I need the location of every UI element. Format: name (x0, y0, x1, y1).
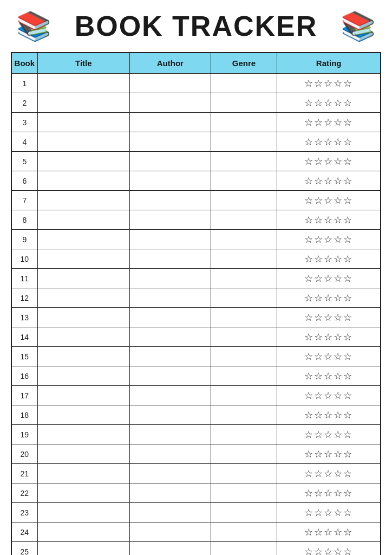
star-rating[interactable]: ☆☆☆☆☆ (304, 390, 353, 402)
row-title[interactable] (37, 405, 129, 425)
row-genre[interactable] (211, 93, 277, 113)
star-rating[interactable]: ☆☆☆☆☆ (304, 546, 353, 556)
star-rating[interactable]: ☆☆☆☆☆ (304, 175, 353, 187)
row-author[interactable] (129, 93, 211, 113)
row-title[interactable] (37, 327, 129, 347)
row-author[interactable] (129, 503, 211, 522)
row-title[interactable] (37, 191, 129, 210)
row-title[interactable] (37, 74, 129, 93)
row-author[interactable] (129, 425, 211, 444)
row-genre[interactable] (211, 230, 277, 249)
row-genre[interactable] (211, 191, 277, 210)
row-genre[interactable] (211, 366, 277, 386)
star-rating[interactable]: ☆☆☆☆☆ (304, 195, 353, 206)
row-rating[interactable]: ☆☆☆☆☆ (277, 522, 381, 542)
row-genre[interactable] (211, 386, 277, 405)
row-genre[interactable] (211, 444, 277, 464)
star-rating[interactable]: ☆☆☆☆☆ (304, 78, 353, 89)
row-rating[interactable]: ☆☆☆☆☆ (277, 210, 381, 230)
row-genre[interactable] (211, 152, 277, 171)
row-title[interactable] (37, 152, 129, 171)
row-rating[interactable]: ☆☆☆☆☆ (277, 483, 381, 503)
row-author[interactable] (129, 464, 211, 483)
row-rating[interactable]: ☆☆☆☆☆ (277, 405, 381, 425)
row-title[interactable] (37, 444, 129, 464)
row-author[interactable] (129, 132, 211, 152)
row-rating[interactable]: ☆☆☆☆☆ (277, 327, 381, 347)
row-rating[interactable]: ☆☆☆☆☆ (277, 425, 381, 444)
star-rating[interactable]: ☆☆☆☆☆ (304, 234, 353, 246)
row-title[interactable] (37, 288, 129, 308)
row-rating[interactable]: ☆☆☆☆☆ (277, 152, 381, 171)
star-rating[interactable]: ☆☆☆☆☆ (304, 292, 353, 304)
star-rating[interactable]: ☆☆☆☆☆ (304, 136, 353, 148)
row-genre[interactable] (211, 327, 277, 347)
star-rating[interactable]: ☆☆☆☆☆ (304, 370, 353, 382)
row-rating[interactable]: ☆☆☆☆☆ (277, 464, 381, 483)
star-rating[interactable]: ☆☆☆☆☆ (304, 214, 353, 226)
row-rating[interactable]: ☆☆☆☆☆ (277, 74, 381, 93)
row-rating[interactable]: ☆☆☆☆☆ (277, 132, 381, 152)
row-genre[interactable] (211, 347, 277, 366)
star-rating[interactable]: ☆☆☆☆☆ (304, 331, 353, 343)
row-rating[interactable]: ☆☆☆☆☆ (277, 347, 381, 366)
row-title[interactable] (37, 113, 129, 132)
row-title[interactable] (37, 386, 129, 405)
row-rating[interactable]: ☆☆☆☆☆ (277, 269, 381, 288)
row-author[interactable] (129, 386, 211, 405)
row-genre[interactable] (211, 113, 277, 132)
row-genre[interactable] (211, 542, 277, 556)
row-author[interactable] (129, 288, 211, 308)
row-title[interactable] (37, 503, 129, 522)
row-rating[interactable]: ☆☆☆☆☆ (277, 113, 381, 132)
row-genre[interactable] (211, 464, 277, 483)
row-author[interactable] (129, 230, 211, 249)
star-rating[interactable]: ☆☆☆☆☆ (304, 409, 353, 421)
row-author[interactable] (129, 191, 211, 210)
row-title[interactable] (37, 93, 129, 113)
row-genre[interactable] (211, 425, 277, 444)
row-title[interactable] (37, 425, 129, 444)
row-title[interactable] (37, 249, 129, 269)
row-author[interactable] (129, 249, 211, 269)
row-author[interactable] (129, 444, 211, 464)
star-rating[interactable]: ☆☆☆☆☆ (304, 253, 353, 265)
row-title[interactable] (37, 230, 129, 249)
row-genre[interactable] (211, 132, 277, 152)
row-title[interactable] (37, 347, 129, 366)
star-rating[interactable]: ☆☆☆☆☆ (304, 351, 353, 363)
row-genre[interactable] (211, 288, 277, 308)
row-genre[interactable] (211, 74, 277, 93)
row-rating[interactable]: ☆☆☆☆☆ (277, 503, 381, 522)
row-rating[interactable]: ☆☆☆☆☆ (277, 93, 381, 113)
row-author[interactable] (129, 74, 211, 93)
row-genre[interactable] (211, 483, 277, 503)
row-rating[interactable]: ☆☆☆☆☆ (277, 542, 381, 556)
row-title[interactable] (37, 171, 129, 191)
row-rating[interactable]: ☆☆☆☆☆ (277, 191, 381, 210)
row-genre[interactable] (211, 405, 277, 425)
row-author[interactable] (129, 542, 211, 556)
row-author[interactable] (129, 308, 211, 327)
row-author[interactable] (129, 522, 211, 542)
star-rating[interactable]: ☆☆☆☆☆ (304, 468, 353, 480)
row-author[interactable] (129, 327, 211, 347)
star-rating[interactable]: ☆☆☆☆☆ (304, 448, 353, 460)
row-author[interactable] (129, 347, 211, 366)
row-genre[interactable] (211, 210, 277, 230)
row-rating[interactable]: ☆☆☆☆☆ (277, 308, 381, 327)
star-rating[interactable]: ☆☆☆☆☆ (304, 507, 353, 519)
row-author[interactable] (129, 483, 211, 503)
row-rating[interactable]: ☆☆☆☆☆ (277, 386, 381, 405)
row-title[interactable] (37, 308, 129, 327)
row-genre[interactable] (211, 503, 277, 522)
row-genre[interactable] (211, 522, 277, 542)
row-genre[interactable] (211, 308, 277, 327)
row-rating[interactable]: ☆☆☆☆☆ (277, 171, 381, 191)
row-title[interactable] (37, 366, 129, 386)
star-rating[interactable]: ☆☆☆☆☆ (304, 117, 353, 128)
row-genre[interactable] (211, 269, 277, 288)
row-author[interactable] (129, 210, 211, 230)
row-rating[interactable]: ☆☆☆☆☆ (277, 288, 381, 308)
star-rating[interactable]: ☆☆☆☆☆ (304, 273, 353, 285)
